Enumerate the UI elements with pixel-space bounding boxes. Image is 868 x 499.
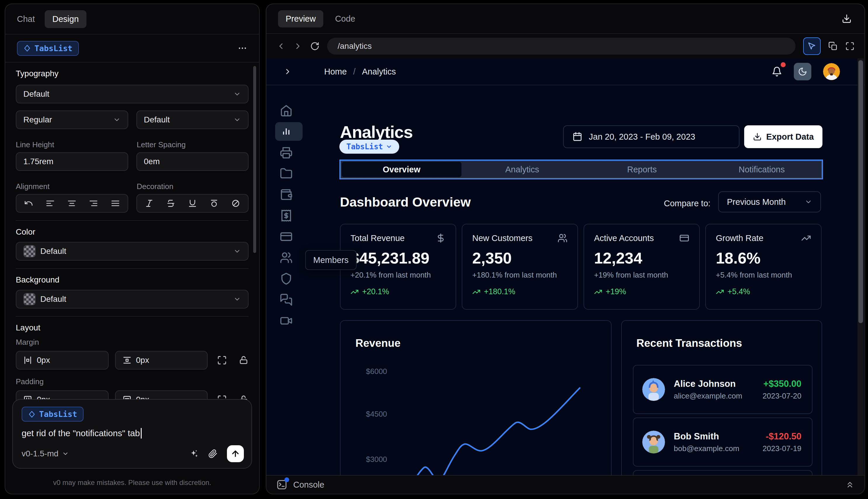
font-weight-select[interactable]: Regular — [16, 110, 128, 129]
sidebar-credit-card-icon[interactable] — [280, 230, 293, 243]
copy-button[interactable] — [828, 41, 838, 51]
enhance-sparkles-button[interactable] — [189, 449, 199, 459]
strikethrough-button[interactable] — [166, 199, 175, 208]
more-options-button[interactable] — [237, 43, 247, 53]
tab-design[interactable]: Design — [45, 10, 86, 28]
left-panel-scrollbar[interactable] — [253, 66, 256, 253]
underline-button[interactable] — [188, 199, 197, 208]
stat-value: $45,231.89 — [350, 249, 446, 267]
preview-panel-tabs: Preview Code — [266, 4, 865, 34]
stat-delta-value: +180.1% — [484, 287, 515, 296]
stat-delta-value: +20.1% — [362, 287, 389, 296]
compare-to-select[interactable]: Previous Month — [718, 191, 821, 212]
notifications-bell-button[interactable] — [772, 66, 782, 77]
align-justify-button[interactable] — [111, 199, 120, 208]
margin-x-input[interactable]: 0px — [16, 351, 109, 369]
sidebar-toggle-chevron[interactable] — [283, 67, 292, 76]
sidebar-shield-icon[interactable] — [280, 272, 293, 285]
transaction-row[interactable]: Bob Smith bob@example.com -$120.50 2023-… — [633, 417, 813, 466]
app-header: Home / Analytics — [266, 58, 865, 85]
fullscreen-button[interactable] — [845, 41, 855, 51]
sidebar-members-icon[interactable] — [280, 251, 293, 264]
sidebar-messages-icon[interactable] — [280, 293, 293, 306]
italic-button[interactable] — [145, 199, 154, 208]
stat-title: Total Revenue — [350, 233, 405, 243]
margin-expand-button[interactable] — [217, 355, 227, 365]
chevron-down-icon — [62, 450, 69, 457]
console-expand-button[interactable] — [845, 480, 855, 489]
attach-paperclip-button[interactable] — [208, 449, 218, 459]
tab-reports[interactable]: Reports — [582, 161, 702, 178]
stat-value: 18.6% — [716, 249, 811, 267]
sidebar-analytics-icon[interactable] — [280, 125, 293, 138]
tab-overview[interactable]: Overview — [342, 162, 461, 177]
margin-lock-icon[interactable] — [239, 355, 249, 365]
dollar-icon — [436, 233, 446, 243]
forward-button[interactable] — [293, 41, 302, 51]
dark-mode-toggle[interactable] — [794, 63, 811, 80]
chat-composer[interactable]: TabsList get rid of the "notifications" … — [12, 399, 252, 468]
export-data-button[interactable]: Export Data — [744, 125, 822, 148]
send-button[interactable] — [227, 445, 244, 462]
tab-analytics[interactable]: Analytics — [462, 161, 582, 178]
composer-input[interactable]: get rid of the "notifications" tab — [22, 428, 243, 439]
background-select[interactable]: Default — [16, 290, 249, 308]
sidebar-home-icon[interactable] — [280, 104, 293, 117]
composer-component-chip[interactable]: TabsList — [22, 407, 84, 422]
reset-alignment-button[interactable] — [24, 199, 33, 208]
tab-code[interactable]: Code — [335, 14, 355, 24]
diamond-icon — [28, 411, 36, 418]
background-section: Background Default — [16, 269, 249, 317]
back-button[interactable] — [276, 41, 286, 51]
selected-component-label: TabsList — [35, 44, 72, 53]
align-center-button[interactable] — [67, 199, 76, 208]
color-select[interactable]: Default — [16, 242, 249, 260]
align-left-button[interactable] — [46, 199, 55, 208]
align-right-button[interactable] — [89, 199, 98, 208]
alignment-toolbar — [16, 194, 128, 213]
chevron-down-icon — [233, 116, 241, 124]
inspect-cursor-button[interactable] — [803, 37, 821, 55]
tab-notifications[interactable]: Notifications — [702, 161, 821, 178]
date-range-picker[interactable]: Jan 20, 2023 - Feb 09, 2023 — [563, 125, 740, 148]
composer-input-text: get rid of the "notifications" tab — [22, 428, 140, 438]
breadcrumb-home[interactable]: Home — [324, 67, 347, 76]
preview-viewport: Home / Analytics — [266, 58, 865, 475]
selected-component-chip[interactable]: TabsList — [17, 41, 79, 56]
sidebar-printer-icon[interactable] — [280, 146, 293, 159]
trending-up-icon — [801, 233, 811, 243]
background-swatch-icon — [23, 293, 36, 305]
refresh-button[interactable] — [310, 41, 320, 51]
no-decoration-button[interactable] — [231, 199, 240, 208]
sidebar-folder-icon[interactable] — [280, 167, 293, 180]
tab-preview[interactable]: Preview — [278, 10, 323, 27]
avatar — [642, 378, 665, 401]
calendar-icon — [572, 132, 582, 142]
sidebar-receipt-icon[interactable] — [280, 209, 293, 222]
section-title: Dashboard Overview — [340, 195, 471, 210]
margin-y-input[interactable]: 0px — [115, 351, 208, 369]
overline-button[interactable] — [209, 199, 219, 208]
font-family-select[interactable]: Default — [16, 85, 249, 104]
font-size-value: Default — [144, 115, 170, 124]
user-avatar[interactable] — [823, 63, 840, 80]
tab-chat[interactable]: Chat — [17, 14, 35, 24]
preview-scrollbar-thumb[interactable] — [858, 60, 863, 323]
tabslist-component-chip[interactable]: TabsList — [339, 139, 399, 154]
font-size-select[interactable]: Default — [136, 110, 249, 129]
line-height-value: 1.75rem — [23, 157, 53, 166]
url-bar[interactable]: /analytics — [327, 38, 796, 54]
model-select[interactable]: v0-1.5-md — [22, 449, 69, 459]
transaction-row[interactable] — [633, 470, 813, 475]
download-button[interactable] — [842, 14, 852, 24]
transaction-name: Alice Johnson — [674, 379, 742, 389]
transaction-row[interactable]: Alice Johnson alice@example.com +$350.00… — [633, 365, 813, 414]
sidebar-wallet-icon[interactable] — [280, 188, 293, 201]
sidebar-video-icon[interactable] — [280, 314, 293, 327]
color-value: Default — [40, 246, 66, 256]
line-height-input[interactable]: 1.75rem — [16, 152, 128, 171]
console-bar[interactable]: Console — [266, 475, 865, 494]
letter-spacing-input[interactable]: 0em — [136, 152, 249, 171]
trending-up-icon — [716, 288, 724, 296]
stat-value: 12,234 — [594, 249, 689, 267]
